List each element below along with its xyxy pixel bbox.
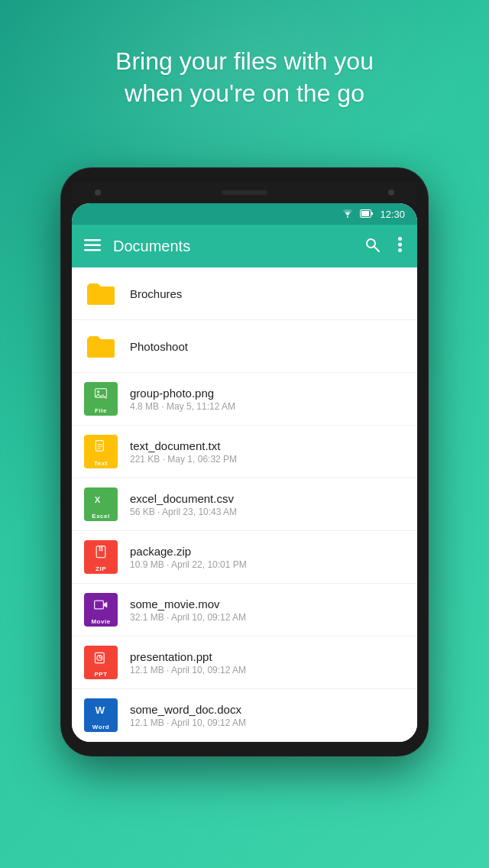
phone-mockup: 12:30 Documents <box>61 168 428 756</box>
item-info: Brochures <box>130 287 405 300</box>
item-info: Photoshoot <box>130 340 405 353</box>
item-meta: 10.9 MB · April 22, 10:01 PM <box>130 559 405 570</box>
svg-text:W: W <box>96 704 105 716</box>
list-item[interactable]: X Excel excel_document.csv 56 KB · April… <box>72 478 417 531</box>
svg-rect-19 <box>96 546 105 557</box>
svg-rect-14 <box>96 440 103 450</box>
item-info: text_document.txt 221 KB · May 1, 06:32 … <box>130 439 405 465</box>
item-name: Brochures <box>130 287 405 300</box>
app-title: Documents <box>113 238 349 255</box>
item-info: package.zip 10.9 MB · April 22, 10:01 PM <box>130 545 405 570</box>
status-bar: 12:30 <box>72 203 417 225</box>
file-icon-mov: Movie <box>84 593 118 627</box>
camera-dot <box>95 189 101 196</box>
svg-point-9 <box>398 237 402 241</box>
item-name: text_document.txt <box>130 439 405 452</box>
list-item[interactable]: ZIP package.zip 10.9 MB · April 22, 10:0… <box>72 531 417 584</box>
item-info: presentation.ppt 12.1 MB · April 10, 09:… <box>130 650 405 675</box>
wifi-icon <box>342 209 354 220</box>
svg-rect-4 <box>84 239 101 241</box>
speaker-grill <box>222 190 267 195</box>
app-bar: Documents <box>72 225 417 267</box>
file-icon-csv: X Excel <box>84 487 118 521</box>
list-item[interactable]: Text text_document.txt 221 KB · May 1, 0… <box>72 426 417 478</box>
item-meta: 12.1 MB · April 10, 09:12 AM <box>130 717 405 728</box>
list-item[interactable]: Movie some_movie.mov 32.1 MB · April 10,… <box>72 584 417 636</box>
file-icon-txt: Text <box>84 435 118 468</box>
phone-screen: 12:30 Documents <box>72 203 417 742</box>
file-icon-docx: W Word <box>84 698 118 732</box>
folder-icon <box>84 329 118 363</box>
item-name: excel_document.csv <box>130 492 405 505</box>
file-icon-ppt: PPT <box>84 646 118 679</box>
list-item[interactable]: File group-photo.png 4.8 MB · May 5, 11:… <box>72 373 417 426</box>
file-icon-png: File <box>84 382 118 416</box>
item-name: presentation.ppt <box>130 650 405 663</box>
item-meta: 221 KB · May 1, 06:32 PM <box>130 454 405 465</box>
item-meta: 4.8 MB · May 5, 11:12 AM <box>130 401 405 412</box>
list-item[interactable]: PPT presentation.ppt 12.1 MB · April 10,… <box>72 636 417 689</box>
svg-rect-2 <box>361 211 369 216</box>
battery-icon <box>360 209 374 219</box>
item-info: some_movie.mov 32.1 MB · April 10, 09:12… <box>130 598 405 623</box>
list-item[interactable]: W Word some_word_doc.docx 12.1 MB · Apri… <box>72 689 417 742</box>
item-info: group-photo.png 4.8 MB · May 5, 11:12 AM <box>130 387 405 412</box>
item-name: group-photo.png <box>130 387 405 400</box>
svg-rect-5 <box>84 244 101 246</box>
list-item[interactable]: Photoshoot <box>72 320 417 373</box>
svg-point-0 <box>347 216 348 218</box>
svg-point-11 <box>398 248 402 252</box>
phone-top-bar <box>72 182 417 203</box>
svg-point-13 <box>97 390 99 393</box>
item-name: package.zip <box>130 545 405 558</box>
item-name: some_movie.mov <box>130 598 405 611</box>
folder-icon <box>84 277 118 310</box>
svg-text:X: X <box>95 495 101 504</box>
file-icon-zip: ZIP <box>84 540 118 574</box>
item-meta: 56 KB · April 23, 10:43 AM <box>130 507 405 517</box>
list-item[interactable]: Brochures <box>72 267 417 320</box>
item-meta: 32.1 MB · April 10, 09:12 AM <box>130 612 405 623</box>
hero-title: Bring your files with you when you're on… <box>46 46 443 109</box>
item-meta: 12.1 MB · April 10, 09:12 AM <box>130 665 405 675</box>
status-time: 12:30 <box>380 209 405 220</box>
search-icon[interactable] <box>361 234 383 259</box>
item-info: excel_document.csv 56 KB · April 23, 10:… <box>130 492 405 517</box>
hero-section: Bring your files with you when you're on… <box>0 46 489 109</box>
svg-rect-25 <box>95 601 104 609</box>
phone-body: 12:30 Documents <box>61 168 428 756</box>
sensor-dot <box>388 189 394 196</box>
svg-point-10 <box>398 242 402 246</box>
item-info: some_word_doc.docx 12.1 MB · April 10, 0… <box>130 703 405 728</box>
file-list: Brochures Photoshoot <box>72 267 417 742</box>
item-name: some_word_doc.docx <box>130 703 405 716</box>
svg-line-8 <box>374 247 379 251</box>
item-name: Photoshoot <box>130 340 405 353</box>
svg-rect-3 <box>371 212 373 215</box>
menu-icon[interactable] <box>84 238 101 255</box>
more-options-icon[interactable] <box>395 234 405 259</box>
svg-rect-6 <box>84 249 101 251</box>
